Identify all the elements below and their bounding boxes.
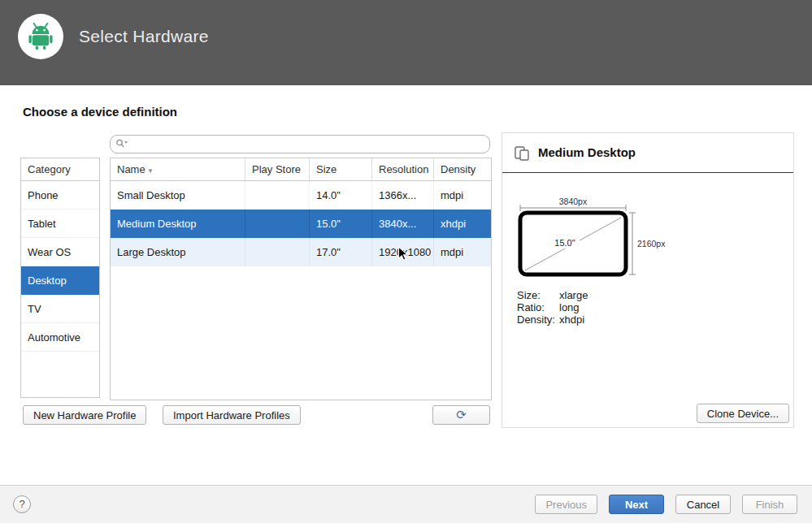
android-robot-icon [25, 20, 56, 54]
search-input[interactable] [132, 138, 484, 150]
device-name-title: Medium Desktop [538, 145, 636, 159]
device-detail-panel: Medium Desktop 3840px 15.0" 2160px [502, 132, 794, 428]
finish-button[interactable]: Finish [742, 495, 797, 514]
spec-ratio: Ratio: long [517, 301, 588, 313]
wizard-footer: ? Previous Next Cancel Finish [0, 485, 812, 523]
table-row-medium-desktop[interactable]: Medium Desktop 15.0" 3840x... xhdpi [111, 210, 491, 238]
category-item-phone[interactable]: Phone [21, 181, 99, 210]
spec-density: Density: xhdpi [517, 313, 588, 326]
diagram-width-label: 3840px [559, 197, 588, 206]
column-header-size[interactable]: Size [310, 158, 372, 181]
page-title: Select Hardware [79, 27, 209, 46]
device-search-box [110, 135, 490, 153]
column-header-name[interactable]: Name▾ [111, 158, 245, 181]
device-specs: Size: xlarge Ratio: long Density: xhdpi [517, 289, 588, 326]
table-header-row: Name▾ Play Store Size Resolution Density [111, 158, 491, 181]
device-dimension-diagram: 3840px 15.0" 2160px [512, 197, 683, 290]
previous-button[interactable]: Previous [535, 495, 597, 514]
table-row-large-desktop[interactable]: Large Desktop 17.0" 1920x1080 mdpi [111, 238, 491, 266]
cancel-button[interactable]: Cancel [675, 495, 731, 514]
diagram-height-label: 2160px [637, 239, 666, 249]
category-list-header: Category [21, 158, 99, 181]
sort-desc-icon: ▾ [149, 166, 153, 175]
wizard-header: Select Hardware [0, 0, 812, 85]
category-item-desktop[interactable]: Desktop [21, 266, 99, 295]
select-hardware-dialog: Select Hardware Choose a device definiti… [0, 0, 812, 523]
device-definition-table: Name▾ Play Store Size Resolution Density… [110, 158, 492, 400]
device-screens-icon [514, 145, 532, 164]
android-logo-badge [18, 14, 63, 59]
import-hardware-profiles-button[interactable]: Import Hardware Profiles [163, 405, 301, 425]
category-item-tv[interactable]: TV [21, 295, 99, 323]
category-list: Category Phone Tablet Wear OS Desktop TV… [20, 158, 100, 398]
diagram-diagonal-label: 15.0" [554, 238, 575, 248]
search-icon [115, 138, 128, 151]
spec-size: Size: xlarge [517, 289, 588, 301]
refresh-button[interactable]: ⟳ [432, 405, 490, 425]
category-item-tablet[interactable]: Tablet [21, 210, 99, 238]
table-row-small-desktop[interactable]: Small Desktop 14.0" 1366x... mdpi [111, 181, 491, 210]
column-header-play-store[interactable]: Play Store [245, 158, 310, 181]
refresh-icon: ⟳ [456, 408, 467, 421]
column-header-density[interactable]: Density [434, 158, 491, 181]
clone-device-button[interactable]: Clone Device... [697, 404, 789, 423]
help-button[interactable]: ? [13, 495, 31, 513]
category-item-automotive[interactable]: Automotive [21, 323, 99, 352]
new-hardware-profile-button[interactable]: New Hardware Profile [23, 405, 146, 425]
wizard-nav-buttons: Previous Next Cancel Finish [535, 495, 797, 514]
detail-title-row: Medium Desktop [502, 133, 793, 173]
category-item-wear-os[interactable]: Wear OS [21, 238, 99, 266]
next-button[interactable]: Next [609, 495, 664, 514]
column-header-resolution[interactable]: Resolution [372, 158, 434, 181]
section-heading: Choose a device definition [23, 105, 177, 119]
